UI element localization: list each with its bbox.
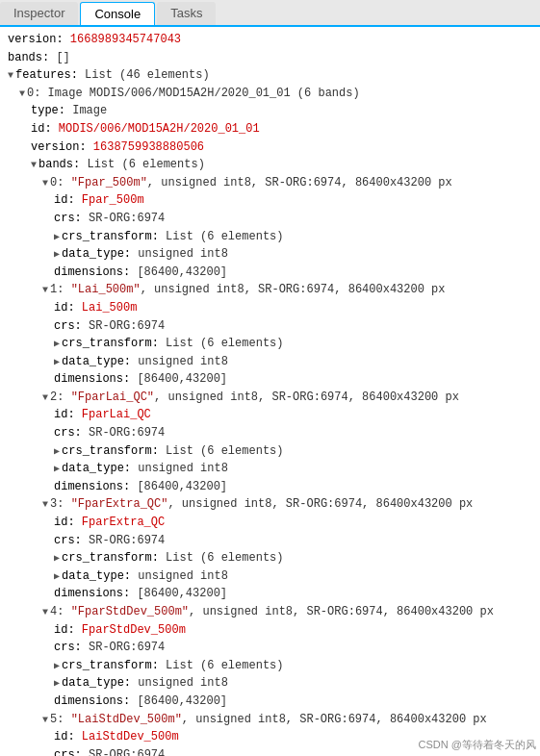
band1-summary: 1: "Lai_500m", unsigned int8, SR-ORG:697… xyxy=(50,283,445,296)
band3-arrow: ▼ xyxy=(42,499,48,510)
band4-header[interactable]: ▼4: "FparStdDev_500m", unsigned int8, SR… xyxy=(8,603,532,621)
features-arrow: ▼ xyxy=(8,70,13,81)
band3-id: id: FparExtra_QC xyxy=(8,514,532,532)
band2-data-type[interactable]: ▶data_type: unsigned int8 xyxy=(8,460,532,478)
band5-header[interactable]: ▼5: "LaiStdDev_500m", unsigned int8, SR-… xyxy=(8,711,532,729)
band1-id: id: Lai_500m xyxy=(8,299,532,317)
bands-inner-summary: List (6 elements) xyxy=(87,158,204,171)
band4-crs: crs: SR-ORG:6974 xyxy=(8,639,532,657)
item0-arrow: ▼ xyxy=(19,88,25,99)
band1-crs-transform[interactable]: ▶crs_transform: List (6 elements) xyxy=(8,335,532,353)
bands-inner-key: bands: xyxy=(39,158,87,171)
tabs-bar: Inspector Console Tasks xyxy=(0,0,540,27)
band3-header[interactable]: ▼3: "FparExtra_QC", unsigned int8, SR-OR… xyxy=(8,495,532,514)
band2-crs: crs: SR-ORG:6974 xyxy=(8,424,532,442)
band5-summary: 5: "LaiStdDev_500m", unsigned int8, SR-O… xyxy=(50,713,487,726)
tab-console[interactable]: Console xyxy=(80,2,155,25)
id-value: MODIS/006/MOD15A2H/2020_01_01 xyxy=(59,122,260,136)
band3-crs-transform[interactable]: ▶crs_transform: List (6 elements) xyxy=(8,549,532,567)
band5-arrow: ▼ xyxy=(42,715,48,725)
bands-value: [] xyxy=(56,51,69,64)
bands-inner-arrow: ▼ xyxy=(31,160,37,170)
band3-dimensions: dimensions: [86400,43200] xyxy=(8,585,532,603)
type-key: type: xyxy=(31,104,72,117)
version-value: 1668989345747043 xyxy=(70,33,181,46)
version-inner-line: version: 1638759938880506 xyxy=(8,139,532,157)
type-value: Image xyxy=(72,104,107,117)
version-inner-value: 1638759938880506 xyxy=(93,140,204,154)
band2-header[interactable]: ▼2: "FparLai_QC", unsigned int8, SR-ORG:… xyxy=(8,389,532,407)
band0-arrow: ▼ xyxy=(42,178,48,189)
band2-arrow: ▼ xyxy=(42,392,48,403)
band4-summary: 4: "FparStdDev_500m", unsigned int8, SR-… xyxy=(50,605,494,618)
bands-inner-line[interactable]: ▼bands: List (6 elements) xyxy=(8,156,532,174)
band2-dimensions: dimensions: [86400,43200] xyxy=(8,478,532,496)
band1-crs: crs: SR-ORG:6974 xyxy=(8,317,532,336)
band0-header[interactable]: ▼0: "Fpar_500m", unsigned int8, SR-ORG:6… xyxy=(8,174,532,192)
band0-crs: crs: SR-ORG:6974 xyxy=(8,210,532,228)
band1-header[interactable]: ▼1: "Lai_500m", unsigned int8, SR-ORG:69… xyxy=(8,281,532,299)
band1-dimensions: dimensions: [86400,43200] xyxy=(8,370,532,389)
band2-summary: 2: "FparLai_QC", unsigned int8, SR-ORG:6… xyxy=(50,391,459,404)
id-line: id: MODIS/006/MOD15A2H/2020_01_01 xyxy=(8,120,532,139)
item0-line[interactable]: ▼0: Image MODIS/006/MOD15A2H/2020_01_01 … xyxy=(8,85,532,103)
type-line: type: Image xyxy=(8,102,532,120)
features-line[interactable]: ▼features: List (46 elements) xyxy=(8,66,532,85)
band0-summary: 0: "Fpar_500m", unsigned int8, SR-ORG:69… xyxy=(50,176,452,189)
tab-inspector[interactable]: Inspector xyxy=(0,2,78,25)
item0-summary: 0: Image MODIS/006/MOD15A2H/2020_01_01 (… xyxy=(27,87,360,100)
band1-arrow: ▼ xyxy=(42,285,48,295)
band2-id: id: FparLai_QC xyxy=(8,406,532,424)
band4-data-type[interactable]: ▶data_type: unsigned int8 xyxy=(8,674,532,693)
band4-crs-transform[interactable]: ▶crs_transform: List (6 elements) xyxy=(8,657,532,675)
band3-summary: 3: "FparExtra_QC", unsigned int8, SR-ORG… xyxy=(50,497,473,511)
console-panel: version: 1668989345747043 bands: [] ▼fea… xyxy=(0,27,540,756)
bands-line: bands: [] xyxy=(8,49,532,67)
band1-data-type[interactable]: ▶data_type: unsigned int8 xyxy=(8,353,532,371)
bands-key: bands: xyxy=(8,51,56,64)
version-key: version: xyxy=(8,33,70,46)
features-summary: List (46 elements) xyxy=(85,68,210,82)
band2-crs-transform[interactable]: ▶crs_transform: List (6 elements) xyxy=(8,442,532,461)
version-line: version: 1668989345747043 xyxy=(8,31,532,49)
band3-crs: crs: SR-ORG:6974 xyxy=(8,532,532,550)
band0-dimensions: dimensions: [86400,43200] xyxy=(8,264,532,282)
band0-data-type[interactable]: ▶data_type: unsigned int8 xyxy=(8,245,532,264)
band4-dimensions: dimensions: [86400,43200] xyxy=(8,693,532,711)
band4-id: id: FparStdDev_500m xyxy=(8,621,532,640)
id-key: id: xyxy=(31,122,59,136)
band4-arrow: ▼ xyxy=(42,607,48,617)
band0-id: id: Fpar_500m xyxy=(8,191,532,210)
version-inner-key: version: xyxy=(31,140,93,154)
tab-tasks[interactable]: Tasks xyxy=(157,2,216,25)
band0-crs-transform[interactable]: ▶crs_transform: List (6 elements) xyxy=(8,228,532,246)
watermark: CSDN @等待着冬天的风 xyxy=(419,738,536,752)
features-key: features: xyxy=(15,68,85,82)
band3-data-type[interactable]: ▶data_type: unsigned int8 xyxy=(8,567,532,586)
